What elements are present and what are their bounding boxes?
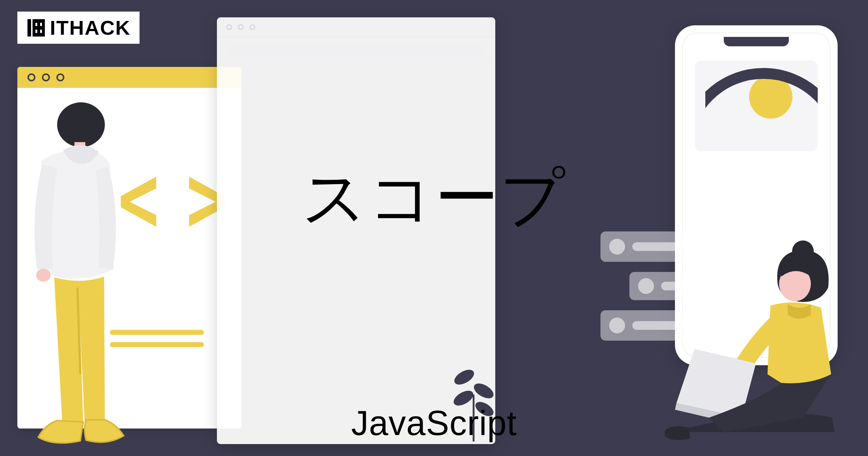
hero-title: スコープ xyxy=(0,155,868,241)
svg-rect-0 xyxy=(27,19,31,37)
svg-point-13 xyxy=(36,269,51,282)
window-dot-icon xyxy=(238,24,244,30)
card-avatar-icon xyxy=(609,318,625,333)
window-dot-icon xyxy=(27,73,35,81)
window-dot-icon xyxy=(42,73,50,81)
hero-subtitle: JavaScript xyxy=(0,403,868,443)
browser-front-titlebar xyxy=(217,17,495,37)
window-dot-icon xyxy=(56,73,64,81)
svg-rect-5 xyxy=(37,19,40,37)
hill-icon xyxy=(695,68,818,151)
svg-point-8 xyxy=(471,380,496,401)
logo-text: ITHACK xyxy=(50,16,131,39)
window-dot-icon xyxy=(226,24,232,30)
svg-rect-4 xyxy=(33,19,35,37)
phone-notch-icon xyxy=(724,37,789,46)
svg-point-9 xyxy=(452,367,476,388)
logo-mark-icon xyxy=(26,18,46,38)
browser-address-bar xyxy=(229,43,483,56)
logo-badge: ITHACK xyxy=(17,12,140,44)
person-standing-illustration xyxy=(20,99,128,447)
svg-point-11 xyxy=(57,102,105,147)
window-dot-icon xyxy=(249,24,255,30)
browser-back-titlebar xyxy=(17,67,241,88)
phone-hero-image xyxy=(695,61,818,151)
browser-address-row xyxy=(217,37,495,63)
svg-rect-6 xyxy=(42,19,45,37)
